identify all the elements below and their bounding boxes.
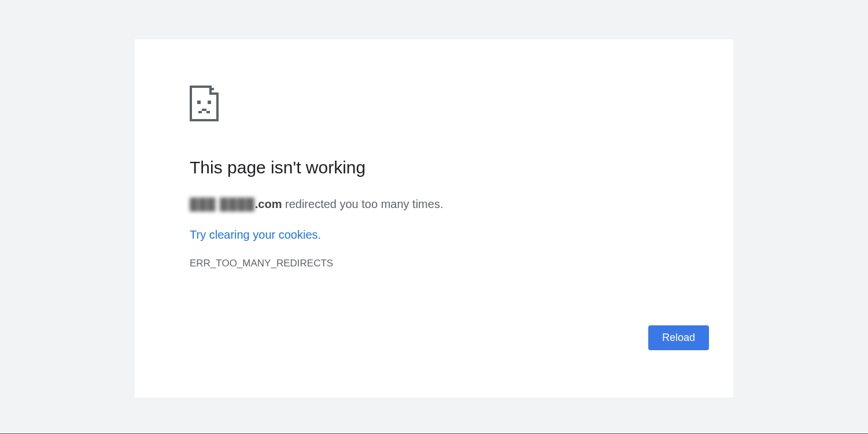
svg-rect-0 [212, 88, 214, 90]
cookies-suggestion: Try clearing your cookies. [190, 228, 678, 242]
sad-page-icon [190, 86, 678, 121]
domain-obscured: ███ ████ [190, 196, 255, 212]
cookies-period: . [318, 228, 322, 241]
error-code: ERR_TOO_MANY_REDIRECTS [190, 258, 678, 269]
svg-rect-1 [197, 101, 201, 104]
svg-rect-3 [198, 111, 202, 113]
message-suffix: redirected you too many times. [282, 198, 443, 210]
domain-suffix: .com [255, 198, 282, 210]
error-card: This page isn't working ███ ████.com red… [135, 39, 733, 398]
svg-rect-5 [206, 111, 210, 113]
clear-cookies-link[interactable]: Try clearing your cookies [190, 228, 318, 241]
svg-rect-4 [202, 109, 206, 111]
error-title: This page isn't working [190, 156, 678, 179]
reload-button[interactable]: Reload [648, 325, 709, 350]
svg-rect-2 [208, 101, 211, 104]
error-message: ███ ████.com redirected you too many tim… [190, 196, 678, 212]
